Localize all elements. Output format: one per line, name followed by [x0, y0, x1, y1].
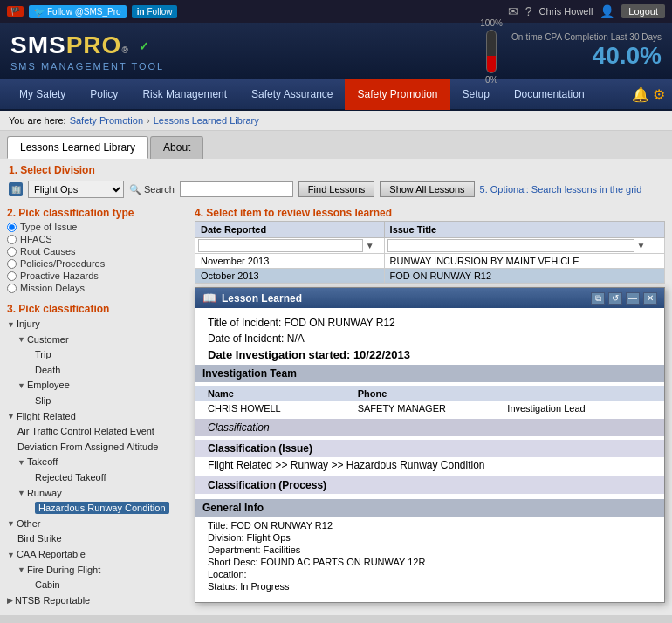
completion-area: 100% 0% On-time CPA Completion Last 30 D…: [480, 18, 662, 85]
tree-label-customer: Customer: [27, 332, 69, 348]
settings-icon[interactable]: ⚙: [653, 86, 665, 103]
alert-icon[interactable]: 🔔: [632, 86, 649, 103]
tree-label-death[interactable]: Death: [35, 365, 60, 375]
table-row[interactable]: November 2013 RUNWAY INCURSION BY MAINT …: [195, 254, 665, 269]
row-issue-2: FOD ON RUNWAY R12: [384, 269, 664, 284]
breadcrumb-lessons-library[interactable]: Lessons Learned Library: [154, 115, 259, 126]
division-select[interactable]: Flight Ops Maintenance Operations: [28, 181, 124, 198]
row-date-1: November 2013: [195, 254, 385, 269]
classification-issue-value: Flight Related >> Runway >> Hazardous Ru…: [208, 459, 485, 471]
show-all-lessons-button[interactable]: Show All Lessons: [380, 181, 474, 197]
table-row[interactable]: October 2013 FOD ON RUNWAY R12: [195, 269, 665, 284]
filter-date-input[interactable]: [198, 239, 363, 252]
radio-root-causes-label: Root Causes: [20, 246, 76, 257]
modal-restore-button[interactable]: ⧉: [591, 292, 605, 305]
logout-button[interactable]: Logout: [621, 4, 665, 18]
tree-node-runway[interactable]: ▼ Runway: [17, 486, 188, 502]
tri-takeoff: ▼: [17, 456, 25, 469]
radio-policies-procedures-input[interactable]: [7, 259, 17, 269]
top-bar-left: 🏴 🐦 Follow @SMS_Pro in Follow: [7, 5, 177, 18]
tree-node-caa[interactable]: ▼ CAA Reportable: [7, 547, 188, 563]
tree-node-injury[interactable]: ▼ Injury: [7, 317, 188, 332]
tree-node-other[interactable]: ▼ Other: [7, 517, 188, 532]
nav-documentation[interactable]: Documentation: [502, 79, 597, 110]
modal-refresh-button[interactable]: ↺: [608, 292, 622, 305]
help-icon[interactable]: ?: [525, 4, 532, 18]
tri-other: ▼: [7, 517, 15, 530]
nav-safety-promotion[interactable]: Safety Promotion: [345, 79, 449, 110]
tree-label-injury: Injury: [17, 317, 40, 332]
search-label: 🔍 Search: [129, 184, 175, 195]
nav-policy[interactable]: Policy: [78, 79, 130, 110]
tree-label-atc[interactable]: Air Traffic Control Related Event: [17, 426, 154, 436]
tree-node-flight-related[interactable]: ▼ Flight Related: [7, 409, 188, 425]
nav-safety-assurance[interactable]: Safety Assurance: [239, 79, 345, 110]
tri-injury: ▼: [7, 318, 15, 331]
tree-node-employee[interactable]: ▼ Employee: [17, 378, 188, 394]
twitter-follow-btn[interactable]: 🐦 Follow @SMS_Pro: [29, 5, 127, 18]
radio-hfacs-label: HFACS: [20, 234, 52, 244]
team-data-row: CHRIS HOWELL SAFETY MANAGER Investigatio…: [195, 401, 664, 415]
tree-item-rejected-takeoff: Rejected Takeoff: [17, 470, 188, 486]
you-are-here: You are here:: [9, 115, 66, 126]
pick-type-header: 2. Pick classification type: [7, 203, 188, 221]
radio-mission-delays-input[interactable]: [7, 284, 17, 293]
tree-label-rejected-takeoff[interactable]: Rejected Takeoff: [35, 472, 106, 483]
radio-mission-delays[interactable]: Mission Delays: [7, 282, 188, 294]
nav-risk-management[interactable]: Risk Management: [130, 79, 239, 110]
user-link[interactable]: Chris Howell: [539, 6, 593, 17]
breadcrumb-safety-promotion[interactable]: Safety Promotion: [70, 115, 143, 126]
modal-close-button[interactable]: ✕: [643, 292, 657, 305]
tree-label-takeoff: Takeoff: [27, 455, 58, 470]
radio-proactive-hazards-input[interactable]: [7, 271, 17, 281]
radio-type-of-issue-input[interactable]: [7, 222, 17, 232]
search-input[interactable]: [180, 181, 293, 197]
radio-policies-procedures[interactable]: Policies/Procedures: [7, 257, 188, 270]
team-member-name: CHRIS HOWELL: [208, 403, 358, 414]
linkedin-follow-btn[interactable]: in Follow: [132, 5, 178, 18]
radio-type-of-issue-label: Type of Issue: [20, 222, 77, 232]
tree-label-other: Other: [17, 517, 41, 532]
classification-band: Classification: [195, 419, 664, 436]
modal-minimize-button[interactable]: —: [626, 292, 640, 305]
nav-setup[interactable]: Setup: [450, 79, 502, 110]
tree-label-trip[interactable]: Trip: [35, 349, 51, 359]
tree-label-deviation[interactable]: Deviation From Assigned Altitude: [17, 442, 158, 452]
general-info-section: Title: FOD ON RUNWAY R12 Division: Fligh…: [208, 520, 652, 592]
tab-lessons-learned-library[interactable]: Lessons Learned Library: [7, 136, 148, 159]
tree-node-customer[interactable]: ▼ Customer: [17, 332, 188, 348]
tree-label-cabin[interactable]: Cabin: [35, 579, 60, 590]
tree-node-fire-flight[interactable]: ▼ Fire During Flight: [17, 563, 188, 578]
nav-bar: My Safety Policy Risk Management Safety …: [0, 79, 672, 111]
header: SMSPRO® ✓ SMS MANAGEMENT TOOL 100% 0% On…: [0, 23, 672, 79]
tree-label-hazardous-runway[interactable]: Hazardous Runway Condition: [35, 502, 169, 514]
radio-root-causes-input[interactable]: [7, 247, 17, 257]
gen-short-desc: Short Desc: FOUND AC PARTS ON RUNWAY 12R: [208, 557, 652, 567]
row-date-2: October 2013: [195, 269, 385, 284]
find-lessons-button[interactable]: Find Lessons: [298, 181, 374, 197]
email-icon[interactable]: ✉: [508, 4, 518, 18]
tri-caa: ▼: [7, 549, 15, 561]
tree-label-slip[interactable]: Slip: [35, 395, 51, 406]
incident-date-label: Date of Incident:: [208, 332, 284, 345]
tree-label-employee: Employee: [27, 378, 70, 394]
gen-title: Title: FOD ON RUNWAY R12: [208, 520, 652, 531]
tree-label-ntsb: NTSB Reportable: [15, 593, 90, 609]
nav-my-safety[interactable]: My Safety: [7, 79, 78, 110]
radio-hfacs-input[interactable]: [7, 235, 17, 244]
tree-node-ntsb[interactable]: ▶ NTSB Reportable: [7, 593, 188, 609]
select-item-header: 4. Select item to review lessons learned: [195, 203, 665, 221]
tree-node-takeoff[interactable]: ▼ Takeoff: [17, 455, 188, 470]
tree-label-bird-strike[interactable]: Bird Strike: [17, 533, 62, 544]
filter-date-cell: ▼: [195, 238, 385, 254]
radio-type-of-issue[interactable]: Type of Issue: [7, 221, 188, 233]
radio-proactive-hazards[interactable]: Proactive Hazards: [7, 270, 188, 282]
filter-issue-input[interactable]: [387, 239, 634, 252]
radio-hfacs[interactable]: HFACS: [7, 233, 188, 245]
tab-about[interactable]: About: [150, 136, 203, 159]
search-icon: 🔍: [129, 184, 141, 195]
incident-title-label: Title of Incident:: [208, 317, 281, 329]
tree-item-customer: ▼ Customer Trip Death: [7, 332, 188, 379]
investigation-team-band: Investigation Team: [195, 365, 664, 382]
radio-root-causes[interactable]: Root Causes: [7, 245, 188, 257]
